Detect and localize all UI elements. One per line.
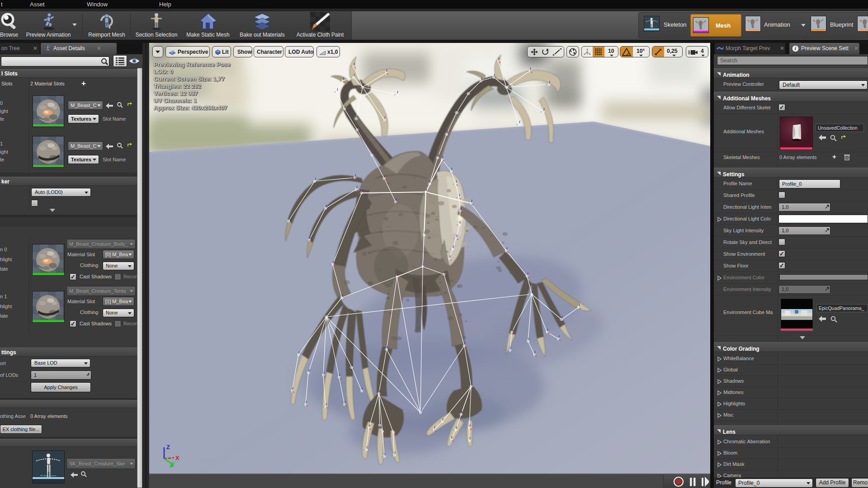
svg-text:Y: Y	[171, 461, 175, 468]
svg-text:X: X	[175, 455, 179, 461]
svg-text:SK_Beast_Creature: SK_Beast_Creature	[40, 474, 57, 477]
svg-text:Z: Z	[166, 444, 170, 450]
svg-text:i: i	[795, 46, 796, 51]
